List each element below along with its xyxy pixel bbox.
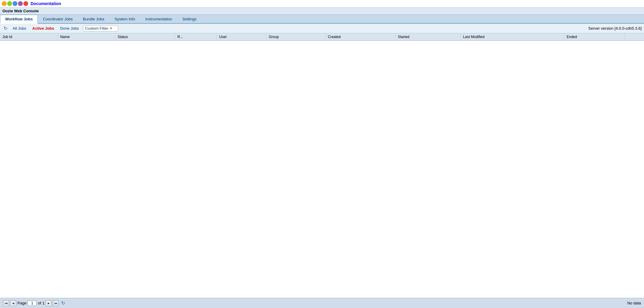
logo-circle-4: [18, 1, 23, 6]
jobs-table: Job Id Name Status R... User Group Creat…: [0, 33, 644, 41]
tab-instrumentation[interactable]: Instrumentation: [140, 15, 177, 23]
col-header-name[interactable]: Name: [58, 33, 115, 41]
col-header-ended[interactable]: Ended: [564, 33, 625, 41]
col-header-group[interactable]: Group: [266, 33, 325, 41]
server-version-label: Server version [4.0.0-cdh5.3.6]: [588, 26, 642, 31]
tab-bar: Workflow Jobs Coordinator Jobs Bundle Jo…: [0, 15, 644, 24]
col-header-user[interactable]: User: [217, 33, 266, 41]
tab-settings[interactable]: Settings: [177, 15, 202, 23]
tab-workflow-jobs[interactable]: Workflow Jobs: [0, 15, 38, 24]
col-header-extra: [625, 33, 644, 41]
active-jobs-button[interactable]: Active Jobs: [31, 25, 56, 31]
col-header-started[interactable]: Started: [395, 33, 461, 41]
col-header-created[interactable]: Created: [325, 33, 395, 41]
col-header-status[interactable]: Status: [115, 33, 175, 41]
logo-circle-3: [13, 1, 17, 6]
col-header-job-id[interactable]: Job Id: [0, 33, 58, 41]
logo-circle-1: [2, 1, 7, 6]
table-header-row: Job Id Name Status R... User Group Creat…: [0, 33, 644, 41]
tab-coordinator-jobs[interactable]: Coordinator Jobs: [38, 15, 78, 23]
all-jobs-button[interactable]: All Jobs: [11, 25, 28, 31]
custom-filter-dropdown[interactable]: Custom Filter ▼: [83, 25, 118, 31]
chevron-down-icon: ▼: [109, 27, 112, 30]
filter-bar: ↻ All Jobs Active Jobs Done Jobs Custom …: [0, 24, 644, 33]
tab-system-info[interactable]: System Info: [109, 15, 140, 23]
col-header-run[interactable]: R...: [175, 33, 217, 41]
main-content: Job Id Name Status R... User Group Creat…: [0, 33, 644, 298]
custom-filter-label: Custom Filter: [85, 26, 108, 31]
logo-circle-5: [23, 1, 28, 6]
col-header-last-modified[interactable]: Last Modified: [460, 33, 564, 41]
tab-bundle-jobs[interactable]: Bundle Jobs: [78, 15, 109, 23]
logo-icons: [2, 1, 28, 6]
refresh-icon[interactable]: ↻: [2, 25, 8, 31]
documentation-link[interactable]: Documentation: [31, 1, 61, 6]
header-bar: Documentation: [0, 0, 644, 7]
app-title: Oozie Web Console: [2, 9, 39, 13]
done-jobs-button[interactable]: Done Jobs: [58, 25, 81, 31]
logo-circle-2: [7, 1, 12, 6]
app-title-bar: Oozie Web Console: [0, 7, 644, 15]
